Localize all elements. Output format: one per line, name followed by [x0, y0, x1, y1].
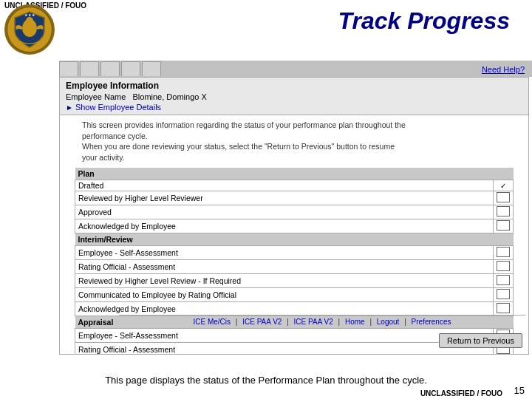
logo-circle: ★ ★ ★: [4, 4, 55, 55]
desc-line4: your activity.: [82, 153, 125, 162]
page-title: Track Progress: [338, 7, 510, 35]
footer-link-logout[interactable]: Logout: [377, 318, 400, 326]
page-number: 15: [514, 385, 525, 396]
checkbox: [497, 275, 510, 285]
nav-tab-5[interactable]: [142, 61, 161, 76]
main-content: Employee Information Employee Name Blomi…: [59, 77, 529, 355]
footer-sep-3: |: [338, 318, 342, 326]
nav-tab-2[interactable]: [80, 61, 99, 76]
interim-row-2-label: Reviewed by Higher Level Review - If Req…: [75, 273, 494, 287]
interim-row-3-label: Communicated to Employee by Rating Offic…: [75, 287, 494, 301]
interim-header-row: Interim/Review: [75, 233, 514, 245]
footer-nav: ICE Me/Cis | ICE PAA V2 | ICE PAA V2 | H…: [119, 315, 525, 326]
checkbox: [497, 289, 510, 299]
table-row: Employee - Self-Assessment: [75, 245, 514, 259]
employee-info-title: Employee Information: [66, 81, 522, 91]
checkbox: [497, 303, 510, 313]
bottom-description: This page displays the status of the Per…: [4, 375, 528, 386]
plan-row-ack-check: [494, 219, 514, 233]
interim-row-2-check: [494, 273, 514, 287]
classification-bottom: UNCLASSIFIED / FOUO: [420, 389, 502, 398]
checkbox: [497, 192, 510, 202]
footer-sep-4: |: [369, 318, 373, 326]
desc-line2: performance cycle.: [82, 132, 148, 140]
interim-section-header: Interim/Review: [75, 233, 514, 245]
employee-name-row: Employee Name Blomine, Domingo X: [66, 92, 522, 101]
table-row: Acknowledged by Employee: [75, 301, 514, 316]
table-row: Approved: [75, 205, 514, 219]
table-row: Communicated to Employee by Rating Offic…: [75, 287, 514, 301]
plan-section-header: Plan: [75, 168, 514, 180]
status-table: Plan Drafted ✓ Reviewed by Higher Level …: [75, 168, 514, 355]
interim-row-1-check: [494, 259, 514, 273]
description-text: This screen provides information regardi…: [82, 120, 506, 163]
appraisal-row-1-label: Rating Official - Assessment: [75, 342, 494, 355]
plan-row-drafted-label: Drafted: [75, 180, 494, 191]
footer-sep-5: |: [404, 318, 408, 326]
plan-tbody: Plan Drafted ✓ Reviewed by Higher Level …: [75, 168, 514, 355]
table-row: Reviewed by Higher Level Review - If Req…: [75, 273, 514, 287]
checkbox: [497, 261, 510, 271]
plan-row-hlr-label: Reviewed by Higher Level Reviewer: [75, 191, 494, 205]
table-row: Rating Official - Assessment: [75, 259, 514, 273]
plan-row-drafted-check: ✓: [494, 180, 514, 191]
svg-point-1: [26, 17, 33, 24]
footer-sep-2: |: [287, 318, 290, 326]
show-employee-link[interactable]: ► Show Employee Details: [66, 103, 522, 112]
plan-row-approved-label: Approved: [75, 205, 494, 219]
plan-header-row: Plan: [75, 168, 514, 180]
need-help-link[interactable]: Need Help?: [482, 65, 525, 74]
interim-row-0-label: Employee - Self-Assessment: [75, 245, 494, 259]
footer-sep-1: |: [236, 318, 239, 326]
desc-line3: When you are done reviewing your status,…: [82, 142, 395, 151]
return-to-previous-button[interactable]: Return to Previous: [439, 333, 522, 348]
nav-bar: [59, 61, 532, 77]
logo: ★ ★ ★: [4, 4, 55, 55]
table-row: Acknowledged by Employee: [75, 219, 514, 233]
table-row: Reviewed by Higher Level Reviewer: [75, 191, 514, 205]
plan-row-approved-check: [494, 205, 514, 219]
nav-tab-1[interactable]: [59, 61, 78, 76]
footer-link-ice-paa-v2-1[interactable]: ICE PAA V2: [242, 318, 282, 326]
interim-row-4-label: Acknowledged by Employee: [75, 301, 494, 316]
footer-link-home[interactable]: Home: [345, 318, 365, 326]
eagle-emblem: ★ ★ ★: [12, 10, 47, 49]
desc-line1: This screen provides information regardi…: [82, 120, 406, 129]
footer-link-ice-mecis[interactable]: ICE Me/Cis: [194, 318, 231, 326]
footer-link-ice-paa-v2-2[interactable]: ICE PAA V2: [294, 318, 333, 326]
interim-row-0-check: [494, 245, 514, 259]
employee-name-value: Blomine, Domingo X: [133, 92, 207, 101]
plan-row-hlr-check: [494, 191, 514, 205]
employee-info-section: Employee Information Employee Name Blomi…: [60, 78, 528, 115]
appraisal-row-0-label: Employee - Self-Assessment: [75, 328, 494, 342]
checkbox: [497, 247, 510, 257]
interim-row-4-check: [494, 301, 514, 316]
arrow-icon: ►: [66, 103, 73, 112]
footer-link-preferences[interactable]: Preferences: [412, 318, 451, 326]
checkmark: ✓: [500, 182, 506, 190]
interim-row-1-label: Rating Official - Assessment: [75, 259, 494, 273]
status-table-container: Plan Drafted ✓ Reviewed by Higher Level …: [75, 168, 514, 355]
show-employee-label: Show Employee Details: [75, 103, 161, 112]
checkbox: [497, 220, 510, 231]
table-row: Drafted ✓: [75, 180, 514, 191]
interim-row-3-check: [494, 287, 514, 301]
svg-text:★ ★ ★: ★ ★ ★: [24, 13, 36, 17]
employee-name-label: Employee Name: [66, 92, 126, 101]
nav-tab-3[interactable]: [100, 61, 120, 76]
plan-row-ack-label: Acknowledged by Employee: [75, 219, 494, 233]
nav-tab-4[interactable]: [121, 61, 140, 76]
logo-inner: ★ ★ ★: [7, 7, 52, 52]
checkbox: [497, 206, 510, 216]
